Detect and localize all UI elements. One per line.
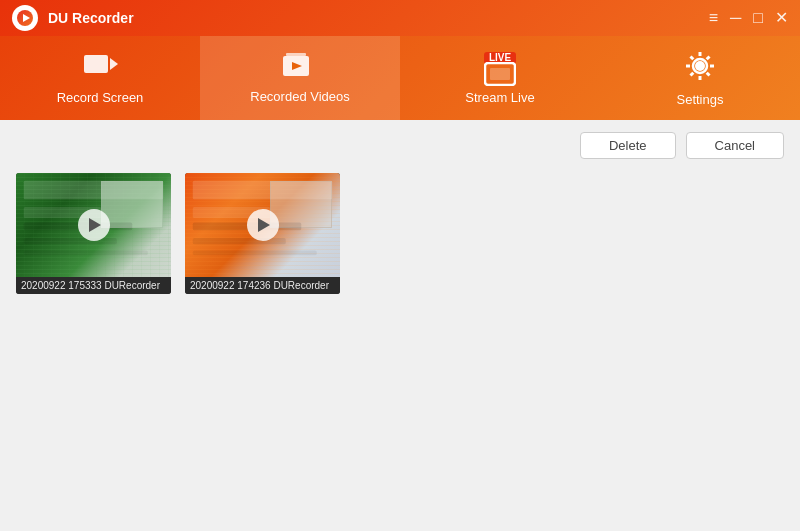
video-thumbnail-2 xyxy=(185,173,340,277)
svg-marker-1 xyxy=(110,58,118,70)
nav-item-recorded-videos[interactable]: Recorded Videos xyxy=(200,36,400,120)
app-title: DU Recorder xyxy=(48,10,709,26)
delete-button[interactable]: Delete xyxy=(580,132,676,159)
nav-item-stream-live[interactable]: LIVE Stream Live xyxy=(400,36,600,120)
record-screen-icon xyxy=(82,51,118,86)
svg-point-7 xyxy=(695,61,705,71)
video-item-2[interactable]: 20200922 174236 DURecorder xyxy=(185,173,340,294)
window-controls: ≡ ─ □ ✕ xyxy=(709,10,788,26)
close-button[interactable]: ✕ xyxy=(775,10,788,26)
action-row: Delete Cancel xyxy=(16,132,784,159)
cancel-button[interactable]: Cancel xyxy=(686,132,784,159)
svg-rect-6 xyxy=(490,68,510,80)
stream-live-icon: LIVE xyxy=(484,52,516,86)
svg-rect-3 xyxy=(286,53,306,56)
play-button-1[interactable] xyxy=(78,209,110,241)
videos-grid: 20200922 175333 DURecorder 20200922 1742… xyxy=(16,173,784,294)
nav-item-settings[interactable]: Settings xyxy=(600,36,800,120)
content-area: Delete Cancel 20200922 175333 DURecorder… xyxy=(0,120,800,531)
record-screen-label: Record Screen xyxy=(57,90,144,105)
video-thumbnail-1 xyxy=(16,173,171,277)
recorded-videos-label: Recorded Videos xyxy=(250,89,350,104)
video-caption-1: 20200922 175333 DURecorder xyxy=(16,277,171,294)
video-item-1[interactable]: 20200922 175333 DURecorder xyxy=(16,173,171,294)
video-caption-2: 20200922 174236 DURecorder xyxy=(185,277,340,294)
play-button-2[interactable] xyxy=(247,209,279,241)
app-logo xyxy=(12,5,38,31)
app-logo-inner xyxy=(17,10,33,26)
recorded-videos-icon xyxy=(282,52,318,85)
maximize-button[interactable]: □ xyxy=(753,10,763,26)
settings-icon xyxy=(683,49,717,88)
menu-icon[interactable]: ≡ xyxy=(709,10,718,26)
minimize-button[interactable]: ─ xyxy=(730,10,741,26)
title-bar: DU Recorder ≡ ─ □ ✕ xyxy=(0,0,800,36)
nav-bar: Record Screen Recorded Videos LIVE Strea… xyxy=(0,36,800,120)
stream-live-label: Stream Live xyxy=(465,90,534,105)
settings-label: Settings xyxy=(677,92,724,107)
nav-item-record-screen[interactable]: Record Screen xyxy=(0,36,200,120)
svg-rect-0 xyxy=(84,55,108,73)
